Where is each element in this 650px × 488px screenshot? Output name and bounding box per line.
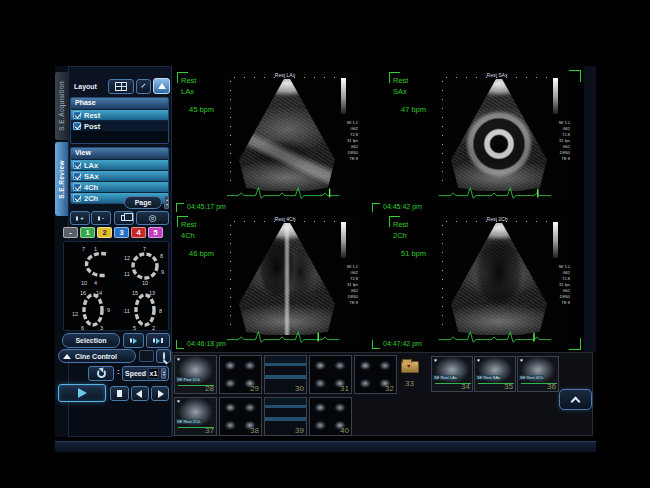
- viewport-rest-2ch[interactable]: Rest 2Ch 51 bpm Rest 2Ch MI 1.1G62T2.8 3…: [384, 210, 584, 346]
- thumbnail-clip[interactable]: 32: [354, 355, 397, 394]
- view-item-4ch[interactable]: 4Ch: [71, 181, 168, 192]
- image-display-area: Rest LAx 45 bpm Rest LAx MI 1.1G62T2.8 3…: [172, 66, 584, 352]
- checkbox-lax[interactable]: [73, 161, 81, 169]
- score-chip-1[interactable]: 1: [80, 227, 95, 238]
- arrow-right-icon: [156, 338, 160, 344]
- svg-text:2: 2: [152, 325, 155, 330]
- thumbnail-clip[interactable]: 31: [309, 355, 352, 394]
- thumbnail-scroll-up-button[interactable]: [559, 389, 592, 410]
- page-spinner[interactable]: [164, 196, 169, 209]
- copy-pages-button[interactable]: [114, 211, 134, 225]
- thumbnail-clip[interactable]: ♥ SE Rest SAx 35: [474, 356, 516, 392]
- viewport-rest-4ch[interactable]: Rest 4Ch 46 bpm Rest 4Ch MI 1.1G62T2.8 3…: [172, 210, 384, 346]
- timestamp-bracket: [372, 340, 380, 349]
- checkbox-rest[interactable]: [73, 111, 81, 119]
- thumbnail-clip[interactable]: ♥ SE Rest 4Ch 36: [517, 356, 559, 392]
- zoom-button[interactable]: [156, 349, 171, 363]
- loop-mode-button[interactable]: [88, 366, 114, 381]
- quadrant-label: Rest SAx: [393, 75, 408, 97]
- ecg-trace: [227, 186, 341, 200]
- thumbnail-clip[interactable]: ♥ SE Post 2Ch 28: [174, 355, 217, 394]
- speed-spinner[interactable]: [161, 368, 166, 379]
- layout-grid-button[interactable]: [108, 79, 134, 94]
- svg-text:8: 8: [160, 253, 163, 259]
- step-back-icon: [136, 390, 142, 398]
- score-chip-3[interactable]: 3: [114, 227, 129, 238]
- pages-icon: [121, 215, 127, 221]
- remove-image-button[interactable]: -: [91, 211, 111, 225]
- svg-text:12: 12: [124, 255, 130, 261]
- thumbnail-folder[interactable]: ♥ 33: [401, 361, 427, 391]
- svg-text:1: 1: [94, 246, 97, 252]
- image-title: Rest LAx: [224, 72, 346, 78]
- send-delete-image-button[interactable]: [146, 333, 170, 348]
- ultrasound-image[interactable]: Rest SAx MI 1.1G62T2.8 31 fpsG62DR60 TE …: [436, 72, 572, 202]
- svg-text:14: 14: [96, 290, 102, 296]
- cine-control-header[interactable]: Cine Control: [58, 349, 136, 363]
- selection-button[interactable]: Selection: [62, 333, 120, 348]
- phase-item-rest[interactable]: Rest: [71, 109, 168, 120]
- ultrasound-image[interactable]: Rest 2Ch MI 1.1G62T2.8 31 fpsG62DR60 TE …: [436, 216, 572, 346]
- segment-diagram-panel[interactable]: 7 1 10 4 7 8 12 9 11 10 16 14 12 9 6 3 1…: [63, 241, 169, 331]
- tab-se-acquisition[interactable]: S.E.Acquisition: [55, 72, 68, 140]
- svg-text:7: 7: [82, 246, 85, 252]
- thumbnail-clip[interactable]: ♥ SE Rest 2Ch 37: [174, 397, 217, 436]
- svg-text:10: 10: [142, 280, 148, 286]
- grid-layout-icon: [115, 82, 127, 91]
- checkbox-post[interactable]: [73, 122, 81, 130]
- score-chip-5[interactable]: 5: [148, 227, 163, 238]
- stop-button[interactable]: [110, 386, 129, 401]
- thumbnail-clip[interactable]: 40: [309, 397, 352, 436]
- segment-diagram-sax: 7 8 12 9 11 10: [120, 244, 168, 286]
- phase-item-post[interactable]: Post: [71, 120, 168, 131]
- wall-motion-score-chips: - 1 2 3 4 5: [63, 227, 169, 238]
- imaging-parameters: MI 1.1G62T2.8 31 fpsG62DR60 TE 8: [332, 264, 358, 306]
- step-forward-button[interactable]: [151, 386, 169, 401]
- svg-text:15: 15: [132, 290, 138, 296]
- heart-rate-label: 51 bpm: [401, 249, 426, 258]
- assign-image-button[interactable]: +: [70, 211, 90, 225]
- checkbox-2ch[interactable]: [73, 194, 81, 202]
- view-item-lax[interactable]: LAx: [71, 159, 168, 170]
- svg-text:7: 7: [143, 246, 146, 252]
- step-forward-icon: [158, 390, 164, 398]
- arrow-right-icon: [133, 338, 137, 344]
- checkbox-4ch[interactable]: [73, 183, 81, 191]
- ultrasound-image[interactable]: Rest LAx MI 1.1G62T2.8 31 fpsG62DR60 TE …: [224, 72, 360, 202]
- stop-icon: [117, 390, 122, 397]
- view-header: View: [71, 148, 168, 159]
- target-button[interactable]: ◎: [136, 211, 169, 225]
- quadrant-label: Rest LAx: [181, 75, 196, 97]
- thumbnail-clip[interactable]: 29: [219, 355, 262, 394]
- image-title: Rest 4Ch: [224, 216, 346, 222]
- checkbox-sax[interactable]: [73, 172, 81, 180]
- layout-dropdown-button[interactable]: [136, 79, 151, 94]
- speed-control: Speed x1: [122, 366, 169, 381]
- thumbnail-clip[interactable]: ♥ SE Rest LAx 34: [431, 356, 473, 392]
- page-button[interactable]: Page: [124, 196, 162, 209]
- thumbnail-clip[interactable]: 39: [264, 397, 307, 436]
- ecg-trace: [227, 330, 341, 344]
- timestamp-bracket: [176, 340, 184, 349]
- score-chip-none[interactable]: -: [63, 227, 78, 238]
- image-display-button[interactable]: [153, 78, 170, 94]
- viewport-rest-sax[interactable]: Rest SAx 47 bpm Rest SAx MI 1.1G62T2.8 3…: [384, 66, 584, 206]
- bottom-status-bar: [55, 441, 596, 452]
- clip-timestamp-rest-lax: 04:45:17 pm: [176, 203, 226, 212]
- heart-icon: ♥: [177, 357, 180, 362]
- imaging-parameters: MI 1.1G62T2.8 31 fpsG62DR60 TE 8: [332, 120, 358, 162]
- view-item-sax[interactable]: SAx: [71, 170, 168, 181]
- ultrasound-sector: [236, 79, 338, 191]
- tab-se-review[interactable]: S.E.Review: [55, 142, 68, 216]
- thumbnail-clip[interactable]: 38: [219, 397, 262, 436]
- thumbnail-clip[interactable]: 30: [264, 355, 307, 394]
- speed-value[interactable]: x1: [148, 368, 159, 379]
- play-button[interactable]: [58, 384, 106, 402]
- score-chip-2[interactable]: 2: [97, 227, 112, 238]
- ultrasound-image[interactable]: Rest 4Ch MI 1.1G62T2.8 31 fpsG62DR60 TE …: [224, 216, 360, 346]
- viewport-rest-lax[interactable]: Rest LAx 45 bpm Rest LAx MI 1.1G62T2.8 3…: [172, 66, 384, 206]
- score-chip-4[interactable]: 4: [131, 227, 146, 238]
- step-back-button[interactable]: [131, 386, 149, 401]
- loop-menu-dots: :: [117, 367, 120, 376]
- send-image-button[interactable]: [123, 333, 144, 348]
